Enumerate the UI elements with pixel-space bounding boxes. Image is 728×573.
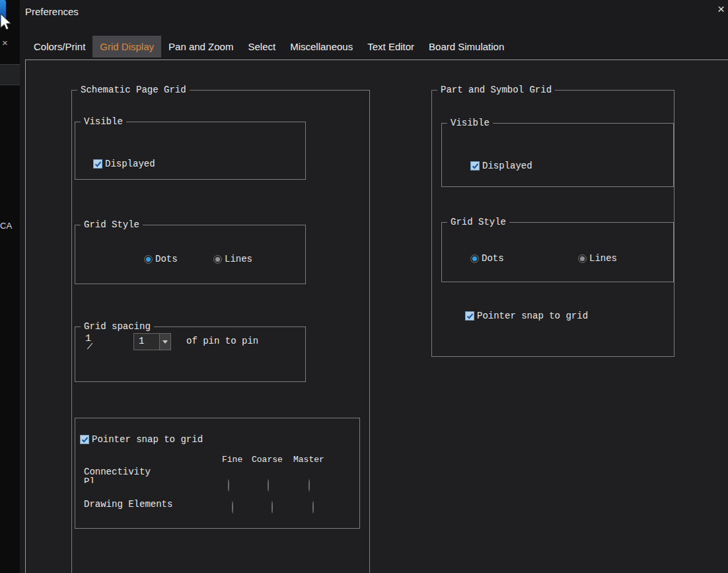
tab-select[interactable]: Select [240, 36, 283, 57]
partial-label: CA [0, 221, 12, 231]
radio-icon[interactable] [213, 255, 222, 264]
radio-icon[interactable] [470, 254, 479, 263]
visible-group: Visible [75, 122, 306, 180]
dots-label[interactable]: Dots [155, 254, 178, 264]
dropdown-button[interactable] [159, 334, 170, 350]
connectivity-fine-radio[interactable] [228, 479, 229, 492]
connectivity-coarse-radio[interactable] [268, 479, 269, 492]
displayed-label[interactable]: Displayed [482, 161, 532, 171]
tab-text-editor[interactable]: Text Editor [360, 36, 421, 57]
drawing-master-radio[interactable] [312, 501, 314, 514]
displayed-label[interactable]: Displayed [105, 159, 155, 169]
connectivity-master-radio[interactable] [309, 479, 310, 492]
radio-icon[interactable] [144, 255, 153, 264]
dots-radio[interactable]: Dots [144, 254, 178, 264]
visible-group-right: Visible [441, 123, 674, 187]
displayed-checkbox[interactable]: Displayed [93, 159, 155, 169]
tab-board-simulation[interactable]: Board Simulation [421, 36, 511, 57]
pointer-snap-label[interactable]: Pointer snap to grid [92, 434, 203, 445]
radio-icon[interactable] [578, 254, 587, 263]
dots-label[interactable]: Dots [482, 253, 504, 264]
master-column-header: Master [293, 455, 324, 465]
group-title: Schematic Page Grid [77, 85, 190, 95]
pointer-snap-checkbox-right[interactable]: Pointer snap to grid [465, 311, 588, 321]
checkbox-check-icon[interactable] [470, 161, 480, 171]
grid-style-group: Grid Style [75, 225, 306, 284]
drawing-elements-row-label: Drawing Elements [84, 499, 172, 510]
group-title: Visible [81, 116, 126, 127]
mouse-cursor [0, 13, 12, 33]
lines-radio-right[interactable]: Lines [578, 253, 617, 264]
tab-pan-and-zoom[interactable]: Pan and Zoom [161, 36, 240, 57]
spacing-suffix-label: of pin to pin [186, 336, 258, 346]
checkbox-check-icon[interactable] [465, 311, 474, 321]
grid-spacing-value: 1 [134, 334, 159, 350]
chevron-down-icon [163, 340, 168, 344]
tab-bar: Colors/Print Grid Display Pan and Zoom S… [26, 36, 511, 57]
background-app-strip: × CA [0, 0, 20, 573]
tab-miscellaneous[interactable]: Miscellaneous [283, 36, 360, 57]
drawing-fine-radio[interactable] [232, 501, 233, 514]
close-icon[interactable]: × [717, 3, 725, 15]
lines-label[interactable]: Lines [589, 253, 617, 264]
toolbar-fragment [0, 64, 20, 85]
grid-spacing-group: Grid spacing [75, 326, 306, 382]
lines-label[interactable]: Lines [225, 254, 252, 264]
dots-radio-right[interactable]: Dots [470, 253, 504, 264]
dialog-title: Preferences [25, 6, 79, 17]
fine-column-header: Fine [222, 455, 242, 465]
group-title: Grid Style [447, 217, 509, 227]
connectivity-row-label-clipped: Pl [84, 477, 95, 483]
tab-colors-print[interactable]: Colors/Print [26, 36, 92, 57]
connectivity-row-label: Connectivity [84, 467, 151, 477]
panel-close-button[interactable]: × [2, 37, 8, 48]
screen: × CA Preferences × Colors/Print Grid Dis… [0, 0, 728, 573]
pointer-snap-checkbox[interactable]: Pointer snap to grid [80, 434, 203, 445]
grid-spacing-select[interactable]: 1 [133, 333, 171, 350]
lines-radio[interactable]: Lines [213, 254, 252, 264]
group-title: Grid Style [81, 219, 143, 230]
group-title: Visible [447, 118, 493, 128]
group-title: Grid spacing [81, 321, 154, 332]
group-title: Part and Symbol Grid [437, 85, 555, 95]
checkbox-check-icon[interactable] [80, 435, 89, 444]
tab-grid-display[interactable]: Grid Display [92, 36, 161, 57]
pointer-snap-label[interactable]: Pointer snap to grid [477, 311, 588, 321]
checkbox-check-icon[interactable] [93, 159, 102, 169]
coarse-column-header: Coarse [252, 455, 283, 465]
fraction-label: 1 / [85, 334, 92, 352]
displayed-checkbox-right[interactable]: Displayed [470, 161, 532, 171]
grid-style-group-right: Grid Style [441, 222, 674, 282]
drawing-coarse-radio[interactable] [272, 501, 273, 514]
